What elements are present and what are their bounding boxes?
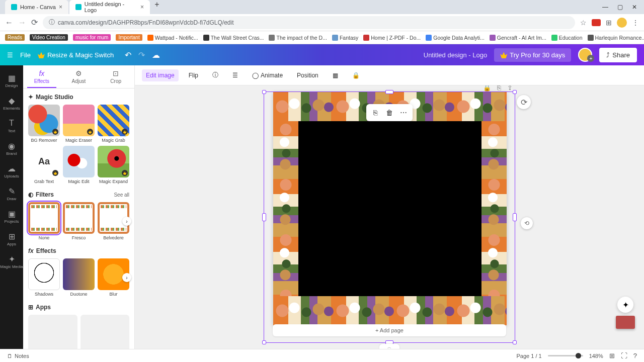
forward-icon[interactable]: →	[18, 18, 26, 27]
user-avatar[interactable]: +	[578, 48, 592, 62]
profile-avatar-icon[interactable]	[617, 18, 627, 28]
notes-button[interactable]: 🗒Notes	[7, 353, 29, 359]
filters-next-icon[interactable]: ›	[122, 217, 131, 226]
help-button[interactable]: ✦	[617, 297, 633, 313]
browser-tab[interactable]: Untitled design - Logo ×	[69, 0, 150, 14]
reload-icon[interactable]: ⟳	[31, 18, 38, 27]
resize-handle[interactable]	[262, 90, 266, 94]
file-menu[interactable]: File	[20, 51, 31, 59]
bookmark-star-icon[interactable]: ☆	[580, 19, 587, 27]
position-button[interactable]: Position	[293, 69, 323, 81]
resize-handle[interactable]	[513, 340, 517, 344]
export-page-icon[interactable]: ⇪	[507, 85, 513, 92]
tab-crop[interactable]: ⊡Crop	[97, 65, 134, 88]
more-icon[interactable]: ⋯	[397, 107, 410, 119]
rotate-handle-icon[interactable]: ⟲	[521, 217, 533, 229]
bookmark-fantasy[interactable]: Fantasy	[332, 35, 358, 41]
rail-draw[interactable]: ✎Draw	[0, 183, 23, 205]
tool-magic-expand[interactable]: Magic Expand	[98, 146, 129, 184]
site-info-icon[interactable]: ⓘ	[49, 18, 55, 27]
resize-handle[interactable]	[513, 90, 517, 94]
document-title[interactable]: Untitled design - Logo	[424, 51, 487, 59]
rail-uploads[interactable]: ☁Uploads	[0, 160, 23, 183]
animate-button[interactable]: ◯Animate	[248, 69, 287, 81]
resize-magic-switch-button[interactable]: Resize & Magic Switch	[38, 51, 114, 59]
zoom-slider[interactable]	[548, 355, 583, 356]
browser-tab[interactable]: Home - Canva ×	[5, 0, 68, 14]
delete-icon[interactable]: 🗑	[383, 107, 396, 119]
effect-duotone[interactable]: Duotone	[63, 258, 95, 297]
copy-icon[interactable]: ⎘	[369, 107, 382, 119]
rail-projects[interactable]: ▣Projects	[0, 205, 23, 228]
extension-badge-icon[interactable]	[592, 19, 601, 26]
grid-view-icon[interactable]: ⊞	[609, 352, 615, 359]
zoom-thumb[interactable]	[576, 353, 581, 358]
rail-brand[interactable]: ◉Brand	[0, 137, 23, 160]
bookmark-wsj[interactable]: The Wall Street Cras...	[203, 35, 264, 41]
minimize-icon[interactable]: ―	[602, 4, 608, 11]
tab-effects[interactable]: fxEffects	[23, 65, 60, 88]
page-indicator[interactable]: Page 1 / 1	[516, 353, 541, 359]
maximize-icon[interactable]: ▢	[617, 4, 623, 11]
filter-none[interactable]: None	[28, 202, 60, 240]
hamburger-icon[interactable]: ☰	[7, 51, 13, 59]
app-card[interactable]	[80, 315, 130, 349]
help-icon[interactable]: ?	[633, 352, 637, 359]
new-tab-button[interactable]: +	[151, 0, 163, 14]
bookmark-education[interactable]: Education	[551, 35, 583, 41]
bookmark-zpdf[interactable]: Home | Z-PDF - Do...	[363, 35, 421, 41]
bookmark-reads[interactable]: Reads	[5, 34, 25, 41]
tab-adjust[interactable]: ⚙Adjust	[60, 65, 98, 88]
bookmark-gda[interactable]: Google Data Analyti...	[426, 35, 485, 41]
tool-bg-remover[interactable]: BG Remover	[28, 105, 60, 143]
tool-grab-text[interactable]: AaGrab Text	[28, 146, 60, 184]
tool-magic-eraser[interactable]: Magic Eraser	[63, 105, 95, 143]
resize-handle[interactable]	[262, 213, 266, 221]
undo-icon[interactable]: ↶	[125, 50, 131, 60]
page-drawer-handle[interactable]: ︿	[379, 344, 399, 349]
zoom-value[interactable]: 148%	[589, 353, 603, 359]
tutorial-video-thumb[interactable]	[616, 316, 635, 329]
effects-next-icon[interactable]: ›	[122, 273, 131, 282]
filters-see-all[interactable]: See all	[114, 192, 129, 198]
resize-handle[interactable]	[513, 213, 517, 221]
resize-handle[interactable]	[385, 90, 393, 94]
close-icon[interactable]: ×	[59, 4, 62, 11]
rail-text[interactable]: TText	[0, 115, 23, 137]
edit-image-button[interactable]: Edit image	[142, 69, 179, 81]
transparency-icon[interactable]: ▦	[329, 69, 342, 81]
bookmark-important[interactable]: Important	[116, 34, 142, 41]
effect-shadows[interactable]: Shadows	[28, 258, 60, 297]
duplicate-page-icon[interactable]: ⎘	[497, 85, 501, 92]
bookmark-impact[interactable]: The impact of the D...	[269, 35, 327, 41]
redo-icon[interactable]: ↷	[138, 50, 145, 60]
share-button[interactable]: ⤴Share	[599, 48, 637, 62]
bookmark-music[interactable]: music for mum	[73, 34, 111, 41]
tool-magic-edit[interactable]: Magic Edit	[63, 146, 95, 184]
bookmark-video[interactable]: Video Creation	[30, 34, 68, 41]
add-member-icon[interactable]: +	[587, 55, 594, 62]
cloud-sync-icon[interactable]: ☁	[152, 50, 160, 60]
url-input[interactable]: ⓘ canva.com/design/DAGHPR8bps/FnDI68wpnV…	[43, 16, 575, 29]
fullscreen-icon[interactable]: ⛶	[621, 352, 627, 359]
flip-button[interactable]: Flip	[185, 69, 202, 81]
canvas-area[interactable]: 🔒 ⎘ ⇪ ⎘ 🗑 ⋯ ⟳ ⟲	[135, 85, 644, 349]
close-icon[interactable]: ×	[140, 4, 144, 11]
bookmark-gencraft[interactable]: Gencraft - AI Art Im...	[490, 35, 546, 41]
rail-design[interactable]: ▦Design	[0, 69, 23, 92]
back-icon[interactable]: ←	[5, 18, 13, 27]
selection-box[interactable]: 🔒 ⎘ ⇪ ⎘ 🗑 ⋯ ⟳ ⟲	[264, 92, 515, 343]
add-page-button[interactable]: + Add page	[273, 324, 506, 336]
filter-fresco[interactable]: Fresco	[63, 202, 95, 240]
lock-small-icon[interactable]: 🔒	[483, 85, 491, 92]
lock-icon[interactable]: 🔒	[348, 69, 364, 81]
tool-magic-grab[interactable]: Magic Grab	[98, 105, 129, 143]
menu-dots-icon[interactable]: ⋮	[632, 19, 639, 27]
resize-handle[interactable]	[262, 340, 266, 344]
design-page[interactable]	[273, 92, 507, 325]
app-card[interactable]	[28, 315, 77, 349]
info-icon[interactable]: ⓘ	[208, 68, 222, 82]
close-window-icon[interactable]: ✕	[632, 4, 637, 11]
extensions-icon[interactable]: ⊞	[606, 19, 612, 27]
rail-elements[interactable]: ◆Elements	[0, 92, 23, 115]
